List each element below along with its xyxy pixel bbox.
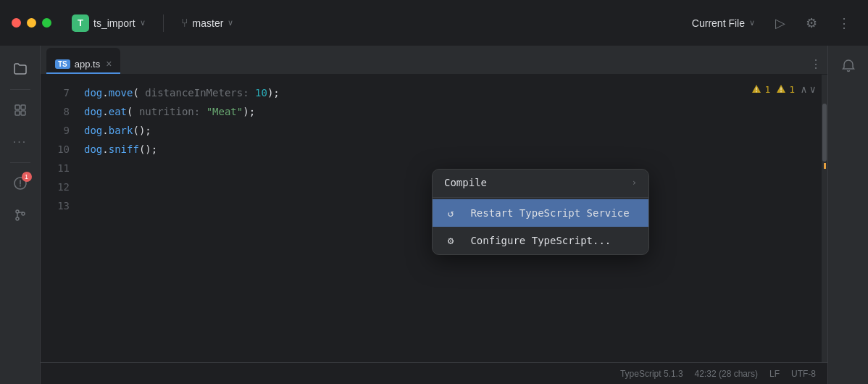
scrollbar-track[interactable] [822, 75, 827, 362]
warning-bar: 1 1 ∧ ∨ [751, 83, 816, 95]
problems-badge: 1 [22, 172, 32, 182]
sidebar: ··· 1 [0, 46, 41, 384]
svg-rect-3 [21, 111, 25, 115]
cursor-position[interactable]: 42:32 (28 chars) [695, 369, 758, 379]
nav-arrows: ∧ ∨ [801, 83, 816, 95]
close-button[interactable] [12, 18, 21, 28]
titlebar: T ts_import ∨ ⑂ master ∨ Current File ∨ … [0, 0, 868, 46]
branch-chevron-icon: ∨ [228, 18, 233, 28]
context-menu: Compile › ↺ Restart TypeScript Service ⚙… [432, 169, 649, 255]
tab-close-button[interactable]: × [106, 58, 112, 70]
warning-triangle-icon-2 [776, 84, 786, 94]
code-line-8: dog.eat( nutrition: "Meat"); [78, 102, 822, 121]
menu-compile-label: Compile [444, 177, 487, 188]
status-bar: TypeScript 5.1.3 42:32 (28 chars) LF UTF… [41, 362, 827, 384]
menu-item-restart-ts[interactable]: ↺ Restart TypeScript Service [433, 199, 648, 227]
configure-ts-icon: ⚙ [444, 234, 457, 247]
tab-bar: TS app.ts × ⋮ [41, 46, 827, 75]
warning-badge-1: 1 [751, 84, 770, 95]
ts-badge: TS [55, 59, 70, 69]
git-branch-icon: ⑂ [181, 17, 188, 30]
line-ending[interactable]: LF [769, 369, 780, 379]
current-file-chevron-icon: ∨ [749, 18, 755, 28]
restart-ts-icon: ↺ [444, 206, 457, 220]
menu-configure-ts-label: Configure TypeScript... [470, 235, 611, 246]
tab-app-ts[interactable]: TS app.ts × [46, 48, 120, 74]
scrollbar-thumb[interactable] [822, 104, 827, 162]
sidebar-divider [10, 89, 30, 90]
line-numbers: 7 8 9 10 11 12 13 [41, 75, 78, 362]
menu-divider [433, 197, 648, 198]
more-button[interactable]: ⋮ [832, 12, 856, 34]
right-panel [827, 46, 868, 384]
svg-rect-1 [21, 105, 25, 109]
svg-rect-2 [15, 111, 20, 115]
nav-down-icon[interactable]: ∨ [810, 83, 816, 95]
sidebar-item-more[interactable]: ··· [6, 128, 35, 156]
sidebar-item-structure[interactable] [6, 96, 35, 125]
warning-count-2: 1 [789, 84, 795, 95]
separator [163, 14, 164, 32]
code-line-9: dog.bark(); [78, 121, 822, 140]
current-file-button[interactable]: Current File ∨ [686, 14, 761, 32]
menu-compile-arrow-icon: › [632, 178, 637, 188]
editor-area: TS app.ts × ⋮ 7 8 9 10 11 12 13 dog [41, 46, 827, 384]
minimize-button[interactable] [27, 18, 36, 28]
branch-selector[interactable]: ⑂ master ∨ [175, 14, 240, 33]
code-line-7: dog.move( distanceInMeters: 10); [78, 83, 822, 102]
sidebar-item-git[interactable] [6, 201, 35, 230]
svg-rect-0 [15, 105, 20, 109]
code-line-10: dog.sniff(); [78, 140, 822, 159]
typescript-version[interactable]: TypeScript 5.1.3 [620, 369, 683, 379]
tab-filename: app.ts [75, 59, 100, 70]
debug-button[interactable]: ⚙ [800, 12, 823, 34]
warning-count-1: 1 [764, 84, 770, 95]
main-area: ··· 1 TS app.ts × [0, 46, 868, 384]
tab-more-button[interactable]: ⋮ [810, 57, 822, 71]
traffic-lights [12, 18, 51, 28]
sidebar-item-folder[interactable] [6, 54, 35, 83]
project-chevron-icon: ∨ [140, 18, 146, 28]
sidebar-divider-2 [10, 162, 30, 163]
svg-point-6 [16, 217, 19, 220]
run-button[interactable]: ▷ [769, 12, 791, 34]
project-icon: T [72, 14, 89, 32]
branch-name: master [193, 17, 224, 29]
warning-badge-2: 1 [776, 84, 795, 95]
sidebar-item-problems[interactable]: 1 [6, 169, 35, 198]
maximize-button[interactable] [42, 18, 51, 28]
menu-item-compile[interactable]: Compile › [433, 170, 648, 196]
warning-triangle-icon-1 [751, 84, 761, 94]
code-editor[interactable]: 7 8 9 10 11 12 13 dog.move( distanceInMe… [41, 75, 827, 362]
project-selector[interactable]: T ts_import ∨ [66, 12, 151, 35]
nav-up-icon[interactable]: ∧ [801, 83, 806, 95]
project-name: ts_import [93, 17, 135, 29]
encoding[interactable]: UTF-8 [791, 369, 816, 379]
current-file-label: Current File [692, 17, 745, 29]
menu-item-configure-ts[interactable]: ⚙ Configure TypeScript... [433, 227, 648, 254]
notifications-icon[interactable] [834, 51, 863, 80]
scrollbar-line [824, 163, 826, 169]
menu-restart-ts-label: Restart TypeScript Service [470, 207, 629, 219]
